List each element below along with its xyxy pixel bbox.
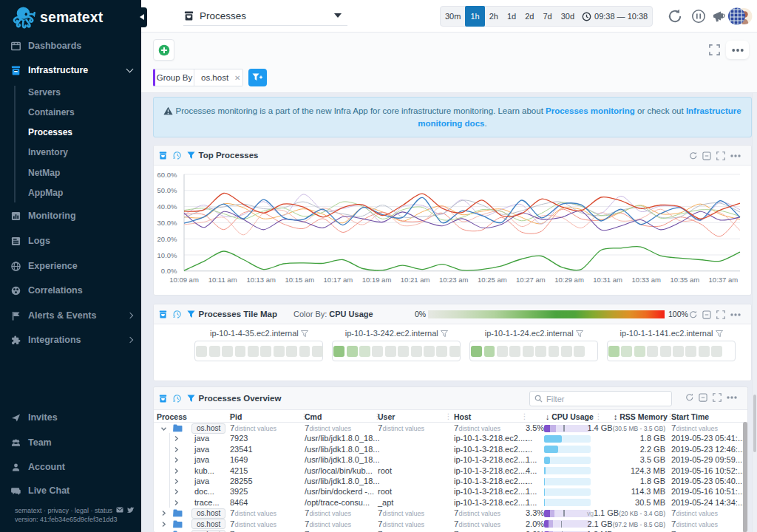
svg-text:0.0%: 0.0% bbox=[161, 267, 177, 275]
svg-text:10.0%: 10.0% bbox=[157, 251, 177, 259]
svg-text:10:31 am: 10:31 am bbox=[593, 276, 622, 284]
svg-text:10:09 am: 10:09 am bbox=[169, 276, 199, 284]
svg-text:20.0%: 20.0% bbox=[157, 235, 177, 243]
svg-text:10:13 am: 10:13 am bbox=[246, 276, 276, 284]
svg-text:10:21 am: 10:21 am bbox=[401, 276, 430, 284]
svg-text:10:15 am: 10:15 am bbox=[285, 276, 314, 284]
svg-text:10:27 am: 10:27 am bbox=[516, 276, 546, 284]
svg-text:10:25 am: 10:25 am bbox=[478, 276, 507, 284]
svg-text:10:11 am: 10:11 am bbox=[208, 276, 237, 284]
svg-text:10:37 am: 10:37 am bbox=[709, 276, 739, 284]
svg-text:10:33 am: 10:33 am bbox=[631, 276, 661, 284]
svg-text:10:29 am: 10:29 am bbox=[554, 276, 584, 284]
svg-text:60.0%: 60.0% bbox=[157, 171, 177, 179]
svg-text:10:35 am: 10:35 am bbox=[670, 276, 699, 284]
svg-text:50.0%: 50.0% bbox=[157, 186, 177, 194]
svg-text:10:17 am: 10:17 am bbox=[324, 276, 353, 284]
svg-text:30.0%: 30.0% bbox=[157, 219, 177, 227]
svg-text:10:23 am: 10:23 am bbox=[439, 276, 469, 284]
svg-text:10:19 am: 10:19 am bbox=[362, 276, 392, 284]
svg-text:40.0%: 40.0% bbox=[157, 202, 177, 211]
